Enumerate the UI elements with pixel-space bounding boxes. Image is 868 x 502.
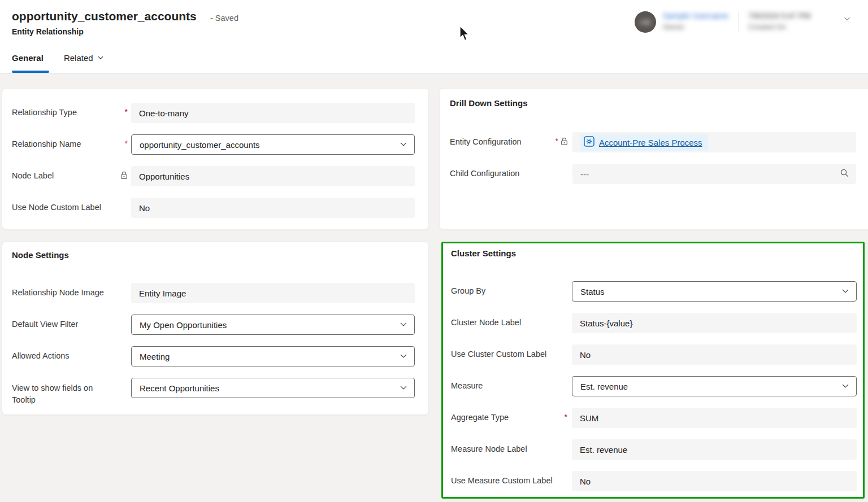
field-label: Measure Node Label bbox=[451, 443, 556, 455]
required-marker: * bbox=[125, 139, 128, 147]
header-summary: AB Sample Username Owner 7/6/2024 5:47 P… bbox=[635, 11, 851, 33]
field-value: No bbox=[580, 350, 591, 360]
tab-related[interactable]: Related bbox=[64, 53, 104, 63]
section-title: Cluster Settings bbox=[451, 248, 857, 259]
relationship-node-image-field: Entity Image bbox=[131, 283, 415, 303]
active-tab-underline bbox=[12, 71, 49, 73]
child-configuration-lookup[interactable]: --- bbox=[572, 164, 856, 184]
required-marker: * bbox=[555, 137, 558, 145]
field-label: Aggregate Type bbox=[451, 412, 556, 424]
blurred-owner-role: Owner bbox=[663, 23, 730, 31]
use-node-custom-label-row: Use Node Custom Label No bbox=[12, 198, 415, 218]
tab-related-label: Related bbox=[64, 53, 93, 63]
node-settings-card: Node Settings Relationship Node Image En… bbox=[2, 241, 429, 415]
default-view-filter-dropdown[interactable]: My Open Opportunities bbox=[131, 315, 415, 335]
relationship-node-image-row: Relationship Node Image Entity Image bbox=[12, 283, 415, 303]
tab-general-label: General bbox=[12, 53, 44, 63]
field-value: Opportunities bbox=[139, 172, 189, 181]
use-measure-custom-label-row: Use Measure Custom Label No bbox=[451, 471, 857, 491]
tab-bar: General Related bbox=[12, 53, 104, 63]
measure-node-label-field: Est. revenue bbox=[572, 439, 857, 460]
relationship-name-dropdown[interactable]: opportunity_customer_accounts bbox=[131, 134, 415, 155]
required-marker: * bbox=[565, 413, 567, 421]
field-value: Status-{value} bbox=[580, 318, 632, 328]
use-cluster-custom-label-row: Use Cluster Custom Label No bbox=[451, 344, 857, 365]
field-label: Cluster Node Label bbox=[451, 317, 556, 329]
section-title: Node Settings bbox=[12, 250, 415, 260]
entity-type-subtitle: Entity Relationship bbox=[12, 27, 84, 36]
field-value: SUM bbox=[580, 413, 598, 423]
default-view-filter-row: Default View Filter My Open Opportunitie… bbox=[12, 315, 415, 335]
field-value: My Open Opportunities bbox=[140, 320, 227, 330]
owner-field: Sample Username Owner bbox=[663, 11, 730, 31]
chevron-down-icon bbox=[400, 140, 407, 150]
lock-icon bbox=[120, 171, 128, 182]
avatar[interactable]: AB bbox=[635, 11, 656, 33]
lookup-record-chip: Account-Pre Sales Process bbox=[580, 134, 708, 151]
chevron-down-icon bbox=[97, 53, 104, 63]
blurred-owner-name[interactable]: Sample Username bbox=[663, 11, 730, 20]
relationship-card: Relationship Type * One-to-many Relation… bbox=[2, 88, 429, 230]
field-label: Measure bbox=[451, 380, 556, 392]
save-status: - Saved bbox=[210, 14, 238, 23]
search-icon[interactable] bbox=[840, 168, 849, 180]
field-label: Use Node Custom Label bbox=[12, 202, 118, 213]
field-label: Relationship Node Image bbox=[12, 287, 118, 299]
relationship-type-field: One-to-many bbox=[131, 103, 415, 123]
node-label-row: Node Label Opportunities bbox=[12, 166, 415, 186]
field-value: opportunity_customer_accounts bbox=[140, 140, 260, 150]
use-cluster-custom-label-field: No bbox=[572, 344, 857, 365]
header-divider bbox=[739, 11, 739, 33]
cluster-node-label-row: Cluster Node Label Status-{value} bbox=[451, 313, 857, 333]
header-expand-chevron-icon[interactable] bbox=[843, 15, 851, 25]
page-title: opportunity_customer_accounts bbox=[12, 10, 197, 23]
relationship-name-row: Relationship Name * opportunity_customer… bbox=[12, 134, 415, 155]
group-by-row: Group By Status bbox=[451, 281, 857, 302]
field-value: --- bbox=[580, 169, 589, 179]
node-label-field: Opportunities bbox=[131, 166, 415, 186]
avatar-initials: AB bbox=[640, 18, 651, 27]
field-label: Use Measure Custom Label bbox=[451, 475, 556, 487]
field-value: Entity Image bbox=[139, 289, 186, 298]
chevron-down-icon bbox=[400, 320, 407, 330]
entity-configuration-field: Account-Pre Sales Process bbox=[572, 132, 856, 152]
entity-configuration-link[interactable]: Account-Pre Sales Process bbox=[599, 138, 702, 147]
entity-configuration-row: Entity Configuration * bbox=[450, 132, 856, 152]
app-header: opportunity_customer_accounts - Saved En… bbox=[0, 0, 868, 74]
group-by-dropdown[interactable]: Status bbox=[572, 281, 857, 302]
aggregate-type-field: SUM bbox=[572, 408, 857, 428]
section-title: Drill Down Settings bbox=[450, 98, 856, 108]
field-label: Relationship Name bbox=[12, 138, 118, 150]
field-label: Use Cluster Custom Label bbox=[451, 348, 556, 360]
field-label: Relationship Type bbox=[12, 107, 118, 119]
blurred-created-value: 7/6/2024 5:47 PM bbox=[748, 11, 827, 20]
chevron-down-icon bbox=[841, 382, 849, 391]
field-value: One-to-many bbox=[139, 108, 189, 118]
field-label: Allowed Actions bbox=[12, 350, 118, 362]
chevron-down-icon bbox=[400, 383, 407, 393]
field-value: No bbox=[139, 203, 150, 213]
use-node-custom-label-field: No bbox=[131, 198, 415, 218]
tooltip-view-row: View to show fields on Tooltip Recent Op… bbox=[12, 378, 415, 406]
measure-dropdown[interactable]: Est. revenue bbox=[572, 376, 857, 396]
measure-node-label-row: Measure Node Label Est. revenue bbox=[451, 439, 857, 460]
child-configuration-row: Child Configuration --- bbox=[450, 164, 856, 184]
aggregate-type-row: Aggregate Type * SUM bbox=[451, 408, 857, 428]
allowed-actions-dropdown[interactable]: Meeting bbox=[131, 346, 415, 366]
field-value: No bbox=[580, 477, 591, 486]
field-label: View to show fields on Tooltip bbox=[12, 378, 118, 406]
field-label: Group By bbox=[451, 285, 556, 297]
required-marker: * bbox=[125, 108, 128, 116]
chevron-down-icon bbox=[400, 352, 407, 361]
tab-general[interactable]: General bbox=[12, 53, 44, 63]
field-label: Entity Configuration bbox=[450, 136, 554, 148]
relationship-type-row: Relationship Type * One-to-many bbox=[12, 103, 415, 123]
field-value: Meeting bbox=[140, 352, 170, 361]
field-label: Node Label bbox=[12, 170, 118, 182]
cluster-settings-card: Cluster Settings Group By Status Cluster… bbox=[441, 242, 865, 499]
blurred-created-label: Created On bbox=[748, 23, 827, 31]
created-on-field: 7/6/2024 5:47 PM Created On bbox=[748, 11, 827, 31]
lock-icon bbox=[561, 137, 568, 148]
tooltip-view-dropdown[interactable]: Recent Opportunities bbox=[131, 378, 415, 398]
field-label: Child Configuration bbox=[450, 168, 554, 180]
